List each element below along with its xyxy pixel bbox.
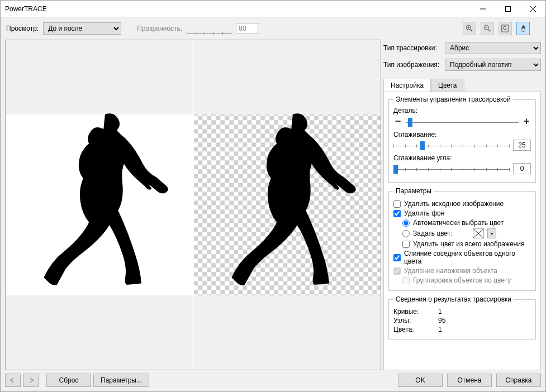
tab-colors[interactable]: Цвета (431, 79, 464, 92)
maximize-icon (505, 6, 511, 12)
close-icon (530, 6, 536, 12)
merge-adjacent-checkbox[interactable]: Слияние соседних объектов одного цвета (393, 250, 531, 265)
reset-button[interactable]: Сброс (46, 374, 91, 387)
redo-icon (27, 377, 34, 384)
trace-type-label: Тип трассировки: (383, 44, 445, 52)
redo-button[interactable] (23, 374, 39, 387)
tab-settings[interactable]: Настройка (383, 79, 431, 92)
titlebar: PowerTRACE (1, 1, 545, 17)
detail-label: Деталь: (393, 107, 531, 114)
curves-value: 1 (438, 308, 442, 315)
trace-type-select[interactable]: Абрис (445, 42, 541, 54)
smoothing-label: Сглаживание: (393, 131, 531, 138)
delete-overlap-checkbox: Удаление наложения объекта (393, 267, 531, 275)
auto-color-radio[interactable]: Автоматически выбрать цвет (402, 219, 531, 227)
corner-slider[interactable] (393, 163, 510, 174)
group-by-color-checkbox: Группировка объектов по цвету (402, 276, 531, 284)
zoom-in-button[interactable] (463, 22, 476, 35)
delete-color-everywhere-checkbox[interactable]: Удалить цвет из всего изображения (402, 240, 531, 248)
preview-select[interactable]: До и после (43, 22, 121, 35)
app-window: PowerTRACE Просмотр: До и после Прозрачн… (0, 0, 546, 392)
main-area: Тип трассировки: Абрис Тип изображения: … (1, 40, 545, 370)
preview-label: Просмотр: (6, 25, 39, 32)
preview-before[interactable] (6, 40, 193, 370)
zoom-in-icon (466, 25, 473, 32)
image-type-label: Тип изображения: (383, 61, 445, 69)
transparency-value[interactable]: 80 (236, 23, 258, 34)
detail-minus-icon: − (393, 116, 402, 127)
before-image (26, 110, 172, 299)
image-type-select[interactable]: Подробный логотип (445, 59, 541, 71)
undo-icon (10, 377, 16, 384)
pan-button[interactable] (516, 22, 530, 35)
smoothing-value[interactable]: 25 (513, 140, 531, 151)
detail-plus-icon: + (522, 116, 531, 127)
svg-line-5 (471, 30, 473, 32)
toolbar: Просмотр: До и после Прозрачность: 80 (1, 17, 545, 40)
svg-line-13 (506, 29, 507, 31)
window-title: PowerTRACE (5, 5, 470, 13)
results-legend: Сведения о результатах трассировки (393, 295, 514, 303)
undo-button[interactable] (5, 374, 21, 387)
results-group: Сведения о результатах трассировки Кривы… (388, 295, 536, 340)
minimize-button[interactable] (470, 1, 495, 17)
set-color-radio[interactable]: Задать цвет: (402, 230, 453, 237)
trace-controls-legend: Элементы управления трассировкой (393, 95, 513, 103)
corner-value[interactable]: 0 (513, 163, 531, 174)
close-button[interactable] (520, 1, 545, 17)
preview-after[interactable] (194, 40, 381, 370)
color-swatch[interactable] (473, 228, 484, 238)
svg-line-9 (488, 30, 491, 32)
cancel-button[interactable]: Отмена (447, 374, 492, 387)
tabs: Настройка Цвета (383, 79, 541, 92)
help-button[interactable]: Справка (496, 374, 541, 387)
colors-value: 1 (438, 326, 442, 333)
zoom-out-icon (483, 25, 491, 32)
zoom-fit-icon (501, 25, 509, 32)
smoothing-slider[interactable] (393, 140, 510, 151)
color-picker-button[interactable]: ▾ (487, 228, 496, 238)
maximize-button[interactable] (495, 1, 520, 17)
parameters-legend: Параметры (393, 187, 434, 195)
corner-label: Сглаживание угла: (393, 154, 531, 162)
transparency-label: Прозрачность: (137, 25, 182, 32)
minimize-icon (480, 6, 486, 12)
zoom-out-button[interactable] (481, 22, 494, 35)
transparency-slider[interactable] (187, 23, 231, 34)
tab-body: Элементы управления трассировкой Деталь:… (383, 92, 541, 370)
svg-rect-1 (505, 6, 510, 11)
zoom-fit-button[interactable] (498, 22, 512, 35)
after-image (214, 110, 360, 299)
pan-hand-icon (519, 25, 527, 32)
ok-button[interactable]: OK (398, 374, 443, 387)
bottom-bar: Сброс Параметры... OK Отмена Справка (1, 370, 545, 391)
detail-slider[interactable] (406, 116, 519, 127)
parameters-group: Параметры Удалить исходное изображение У… (388, 187, 536, 291)
trace-controls-group: Элементы управления трассировкой Деталь:… (388, 95, 536, 183)
settings-button[interactable]: Параметры... (93, 374, 149, 387)
delete-source-checkbox[interactable]: Удалить исходное изображение (393, 200, 531, 208)
delete-bg-checkbox[interactable]: Удалить фон (393, 209, 531, 217)
curves-label: Кривые: (393, 308, 438, 315)
nodes-label: Узлы: (393, 317, 438, 324)
right-panel: Тип трассировки: Абрис Тип изображения: … (383, 40, 541, 370)
colors-label: Цвета: (393, 326, 438, 333)
preview-pane (5, 40, 381, 370)
nodes-value: 95 (438, 317, 445, 324)
svg-rect-11 (502, 25, 509, 32)
